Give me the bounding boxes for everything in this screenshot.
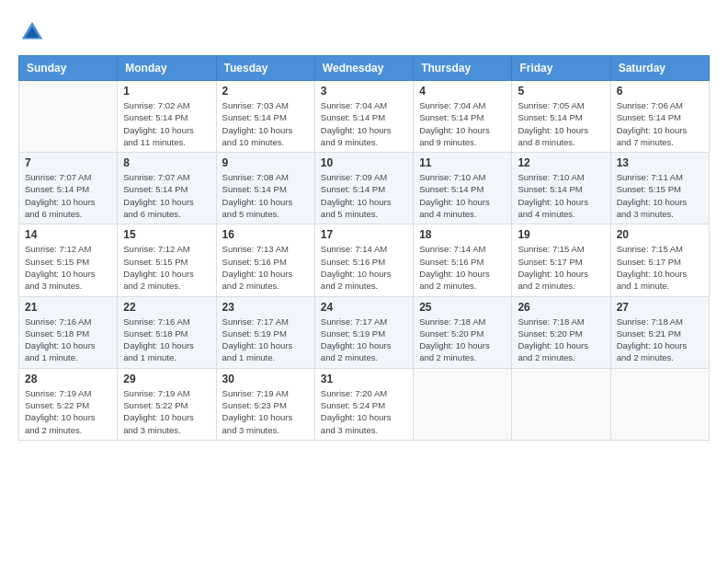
day-number: 18 [419, 228, 506, 241]
calendar-day-cell [19, 81, 118, 153]
calendar-day-cell: 25Sunrise: 7:18 AMSunset: 5:20 PMDayligh… [414, 296, 512, 368]
calendar-day-cell [414, 368, 512, 440]
calendar-day-cell: 10Sunrise: 7:09 AMSunset: 5:14 PMDayligh… [314, 153, 413, 224]
day-info: Sunrise: 7:09 AMSunset: 5:14 PMDaylight:… [321, 171, 407, 220]
day-info: Sunrise: 7:16 AMSunset: 5:18 PMDaylight:… [25, 316, 111, 364]
day-info: Sunrise: 7:05 AMSunset: 5:14 PMDaylight:… [518, 99, 604, 148]
calendar-day-cell: 31Sunrise: 7:20 AMSunset: 5:24 PMDayligh… [314, 368, 413, 440]
calendar-day-cell: 19Sunrise: 7:15 AMSunset: 5:17 PMDayligh… [512, 224, 610, 296]
day-number: 25 [419, 301, 506, 314]
day-number: 3 [321, 85, 407, 98]
calendar-day-cell: 16Sunrise: 7:13 AMSunset: 5:16 PMDayligh… [216, 224, 314, 296]
day-info: Sunrise: 7:15 AMSunset: 5:17 PMDaylight:… [518, 243, 604, 292]
day-info: Sunrise: 7:14 AMSunset: 5:16 PMDaylight:… [419, 243, 506, 292]
day-info: Sunrise: 7:18 AMSunset: 5:20 PMDaylight:… [419, 316, 506, 364]
day-number: 11 [419, 156, 506, 169]
day-number: 4 [419, 85, 506, 98]
day-info: Sunrise: 7:18 AMSunset: 5:21 PMDaylight:… [617, 316, 703, 364]
calendar-day-cell: 27Sunrise: 7:18 AMSunset: 5:21 PMDayligh… [610, 296, 709, 368]
logo [18, 18, 48, 46]
calendar-day-cell: 26Sunrise: 7:18 AMSunset: 5:20 PMDayligh… [512, 296, 610, 368]
calendar-day-cell: 12Sunrise: 7:10 AMSunset: 5:14 PMDayligh… [512, 153, 610, 224]
calendar-day-cell: 30Sunrise: 7:19 AMSunset: 5:23 PMDayligh… [216, 368, 314, 440]
day-number: 5 [518, 85, 604, 98]
day-info: Sunrise: 7:19 AMSunset: 5:23 PMDaylight:… [222, 387, 309, 436]
calendar-day-cell: 28Sunrise: 7:19 AMSunset: 5:22 PMDayligh… [19, 368, 118, 440]
day-number: 1 [123, 85, 210, 98]
calendar-day-cell: 23Sunrise: 7:17 AMSunset: 5:19 PMDayligh… [216, 296, 314, 368]
calendar-day-cell: 4Sunrise: 7:04 AMSunset: 5:14 PMDaylight… [414, 81, 512, 153]
day-header-friday: Friday [512, 56, 610, 81]
day-info: Sunrise: 7:17 AMSunset: 5:19 PMDaylight:… [222, 316, 309, 364]
day-number: 14 [25, 228, 111, 241]
calendar-day-cell: 7Sunrise: 7:07 AMSunset: 5:14 PMDaylight… [19, 153, 118, 224]
day-info: Sunrise: 7:02 AMSunset: 5:14 PMDaylight:… [123, 99, 210, 148]
day-number: 15 [123, 228, 210, 241]
calendar-day-cell: 15Sunrise: 7:12 AMSunset: 5:15 PMDayligh… [118, 224, 216, 296]
day-info: Sunrise: 7:10 AMSunset: 5:14 PMDaylight:… [518, 171, 604, 220]
day-info: Sunrise: 7:03 AMSunset: 5:14 PMDaylight:… [222, 99, 309, 148]
day-info: Sunrise: 7:12 AMSunset: 5:15 PMDaylight:… [25, 243, 111, 292]
calendar-day-cell: 9Sunrise: 7:08 AMSunset: 5:14 PMDaylight… [216, 153, 314, 224]
calendar-day-cell: 22Sunrise: 7:16 AMSunset: 5:18 PMDayligh… [118, 296, 216, 368]
calendar-day-cell: 18Sunrise: 7:14 AMSunset: 5:16 PMDayligh… [414, 224, 512, 296]
calendar-day-cell: 2Sunrise: 7:03 AMSunset: 5:14 PMDaylight… [216, 81, 314, 153]
logo-icon [18, 18, 46, 46]
calendar-day-cell: 11Sunrise: 7:10 AMSunset: 5:14 PMDayligh… [414, 153, 512, 224]
calendar-day-cell: 5Sunrise: 7:05 AMSunset: 5:14 PMDaylight… [512, 81, 610, 153]
calendar-day-cell: 8Sunrise: 7:07 AMSunset: 5:14 PMDaylight… [118, 153, 216, 224]
calendar-week-row: 14Sunrise: 7:12 AMSunset: 5:15 PMDayligh… [19, 224, 710, 296]
day-number: 7 [25, 156, 111, 169]
day-info: Sunrise: 7:07 AMSunset: 5:14 PMDaylight:… [123, 171, 210, 220]
calendar-week-row: 21Sunrise: 7:16 AMSunset: 5:18 PMDayligh… [19, 296, 710, 368]
day-info: Sunrise: 7:17 AMSunset: 5:19 PMDaylight:… [321, 316, 407, 364]
day-info: Sunrise: 7:04 AMSunset: 5:14 PMDaylight:… [321, 99, 407, 148]
day-info: Sunrise: 7:07 AMSunset: 5:14 PMDaylight:… [25, 171, 111, 220]
day-header-tuesday: Tuesday [216, 56, 314, 81]
calendar-day-cell: 13Sunrise: 7:11 AMSunset: 5:15 PMDayligh… [610, 153, 709, 224]
calendar-week-row: 7Sunrise: 7:07 AMSunset: 5:14 PMDaylight… [19, 153, 710, 224]
day-info: Sunrise: 7:15 AMSunset: 5:17 PMDaylight:… [617, 243, 703, 292]
day-number: 23 [222, 301, 309, 314]
day-number: 28 [25, 373, 111, 385]
calendar-day-cell: 17Sunrise: 7:14 AMSunset: 5:16 PMDayligh… [314, 224, 413, 296]
calendar-day-cell [610, 368, 709, 440]
calendar-day-cell: 20Sunrise: 7:15 AMSunset: 5:17 PMDayligh… [610, 224, 709, 296]
calendar-week-row: 28Sunrise: 7:19 AMSunset: 5:22 PMDayligh… [19, 368, 710, 440]
calendar-day-cell: 3Sunrise: 7:04 AMSunset: 5:14 PMDaylight… [314, 81, 413, 153]
day-number: 20 [617, 228, 703, 241]
day-info: Sunrise: 7:11 AMSunset: 5:15 PMDaylight:… [617, 171, 703, 220]
day-header-saturday: Saturday [610, 56, 709, 81]
day-header-thursday: Thursday [414, 56, 512, 81]
day-number: 27 [617, 301, 703, 314]
day-number: 6 [617, 85, 703, 98]
day-number: 17 [321, 228, 407, 241]
day-header-monday: Monday [118, 56, 216, 81]
day-number: 26 [518, 301, 604, 314]
day-info: Sunrise: 7:18 AMSunset: 5:20 PMDaylight:… [518, 316, 604, 364]
calendar-day-cell: 14Sunrise: 7:12 AMSunset: 5:15 PMDayligh… [19, 224, 118, 296]
day-info: Sunrise: 7:16 AMSunset: 5:18 PMDaylight:… [123, 316, 210, 364]
day-info: Sunrise: 7:10 AMSunset: 5:14 PMDaylight:… [419, 171, 506, 220]
day-header-wednesday: Wednesday [314, 56, 413, 81]
calendar-day-cell: 29Sunrise: 7:19 AMSunset: 5:22 PMDayligh… [118, 368, 216, 440]
day-number: 22 [123, 301, 210, 314]
page-header [18, 18, 710, 46]
day-info: Sunrise: 7:13 AMSunset: 5:16 PMDaylight:… [222, 243, 309, 292]
day-number: 21 [25, 301, 111, 314]
day-number: 12 [518, 156, 604, 169]
calendar-day-cell: 6Sunrise: 7:06 AMSunset: 5:14 PMDaylight… [610, 81, 709, 153]
calendar-day-cell: 21Sunrise: 7:16 AMSunset: 5:18 PMDayligh… [19, 296, 118, 368]
calendar-day-cell: 1Sunrise: 7:02 AMSunset: 5:14 PMDaylight… [118, 81, 216, 153]
calendar-table: SundayMondayTuesdayWednesdayThursdayFrid… [18, 55, 710, 441]
calendar-day-cell: 24Sunrise: 7:17 AMSunset: 5:19 PMDayligh… [314, 296, 413, 368]
day-info: Sunrise: 7:12 AMSunset: 5:15 PMDaylight:… [123, 243, 210, 292]
day-info: Sunrise: 7:20 AMSunset: 5:24 PMDaylight:… [321, 387, 407, 436]
day-number: 16 [222, 228, 309, 241]
day-number: 31 [321, 373, 407, 385]
day-number: 13 [617, 156, 703, 169]
calendar-week-row: 1Sunrise: 7:02 AMSunset: 5:14 PMDaylight… [19, 81, 710, 153]
day-info: Sunrise: 7:04 AMSunset: 5:14 PMDaylight:… [419, 99, 506, 148]
day-number: 29 [123, 373, 210, 385]
day-number: 2 [222, 85, 309, 98]
